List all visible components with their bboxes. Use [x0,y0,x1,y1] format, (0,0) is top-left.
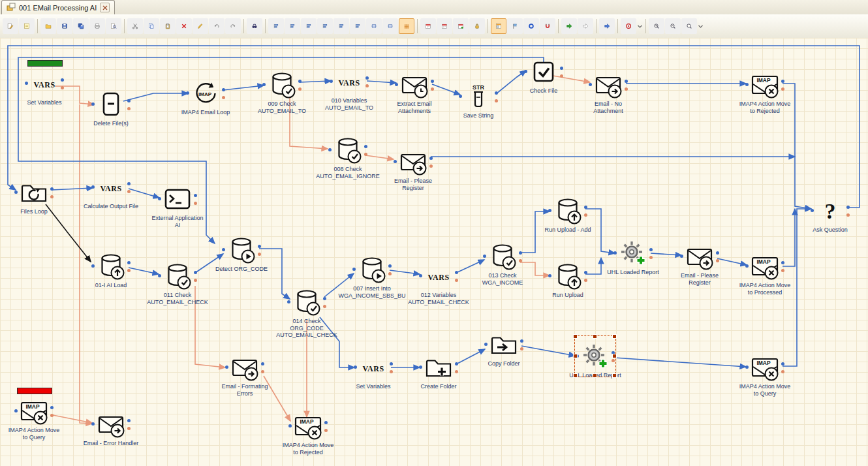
lock-icon[interactable] [469,18,485,34]
port-out-error[interactable] [298,87,302,91]
port-out-error[interactable] [127,107,131,110]
schedule-add-icon[interactable] [420,18,436,34]
port-in-blue[interactable] [484,343,488,346]
node-009-check-auto-email-to[interactable]: 009 Check AUTO_EMAIL_TO [243,70,321,114]
port-in-blue[interactable] [548,274,551,277]
port-out-blue[interactable] [323,297,326,300]
port-in-blue[interactable] [419,365,422,369]
node-delete-files[interactable]: Delete File(s) [72,90,150,127]
port-out-blue[interactable] [388,264,392,268]
selection-handle[interactable] [593,334,597,339]
port-in-blue[interactable] [811,209,814,212]
port-out-error[interactable] [716,259,719,262]
align-middle-icon[interactable] [333,18,349,34]
copy-icon[interactable] [144,18,159,34]
port-out-error[interactable] [584,213,587,217]
port-out-error[interactable] [194,279,197,282]
port-out-error[interactable] [365,84,369,87]
port-out-blue[interactable] [365,76,369,80]
zoom-out-icon[interactable] [665,18,681,34]
port-out-blue[interactable] [649,248,653,251]
port-in-blue[interactable] [186,91,189,95]
step-icon[interactable] [578,18,593,34]
port-out-error[interactable] [495,99,498,102]
port-in-blue[interactable] [394,160,397,163]
format-brush-icon[interactable] [193,18,208,34]
port-out-blue[interactable] [194,271,197,274]
port-in-blue[interactable] [330,80,333,83]
port-out-blue[interactable] [127,261,131,264]
align-bottom-icon[interactable] [350,18,365,34]
port-out-blue[interactable] [222,88,225,91]
port-out-blue[interactable] [781,80,784,83]
port-in-blue[interactable] [287,300,290,303]
open-file-icon[interactable] [40,18,56,34]
save-icon[interactable] [57,18,72,34]
redo-icon[interactable] [225,18,241,34]
selection-handle[interactable] [573,373,578,378]
port-out-blue[interactable] [781,261,784,264]
selection-handle[interactable] [612,354,617,358]
port-out-error[interactable] [323,305,326,308]
port-out-error[interactable] [127,427,131,430]
port-in-blue[interactable] [158,197,161,200]
node-external-application-ai[interactable]: External Application AI [138,185,217,228]
magnet-red-icon[interactable] [540,18,555,34]
port-in-blue[interactable] [483,255,486,258]
port-in-blue[interactable] [91,102,95,106]
port-in-blue[interactable] [354,365,357,369]
tab-email-processing[interactable]: 001 EMail Processing AI [1,0,115,14]
port-out-error[interactable] [625,87,628,91]
port-out-blue[interactable] [127,99,131,102]
port-out-blue[interactable] [560,67,563,70]
port-out-error[interactable] [846,213,850,217]
node-email-formating-errors[interactable]: Email - Formating Errors [206,353,284,397]
port-in-blue[interactable] [589,83,592,86]
port-in-blue[interactable] [745,83,749,86]
toolbar-overflow-chevron-icon[interactable] [637,18,643,34]
port-in-blue[interactable] [395,83,398,86]
port-out-error[interactable] [194,202,197,205]
port-out-blue[interactable] [455,362,458,365]
port-in-blue[interactable] [14,409,18,412]
port-out-blue[interactable] [520,339,523,343]
zoom-reset-icon[interactable] [681,18,697,34]
port-out-error[interactable] [455,279,458,282]
port-out-error[interactable] [222,96,225,99]
port-out-blue[interactable] [584,271,587,274]
port-out-error[interactable] [258,253,261,256]
port-out-blue[interactable] [261,362,264,365]
port-out-error[interactable] [781,87,784,91]
port-in-blue[interactable] [419,274,422,277]
selection-handle[interactable] [612,373,617,378]
add-note-icon[interactable] [19,18,35,34]
port-out-blue[interactable] [390,362,393,365]
find-icon[interactable] [247,18,262,34]
port-out-error[interactable] [388,272,392,275]
node-ask-question[interactable]: ?Ask Question [791,196,868,234]
port-out-blue[interactable] [50,406,54,409]
port-out-error[interactable] [431,87,434,91]
show-panel-icon[interactable] [491,18,506,34]
port-in-blue[interactable] [91,422,95,426]
zoom-in-icon[interactable] [649,18,664,34]
port-out-error[interactable] [649,256,653,259]
selection-handle[interactable] [573,334,578,339]
run-icon[interactable] [561,18,577,34]
port-out-error[interactable] [127,190,131,193]
port-out-blue[interactable] [127,419,131,422]
port-in-blue[interactable] [91,185,95,189]
port-out-error[interactable] [127,269,131,272]
same-width-icon[interactable] [366,18,382,34]
port-in-blue[interactable] [352,268,356,271]
port-out-blue[interactable] [519,251,522,255]
node-011-check-auto-email-check[interactable]: 011 Check AUTO_EMAIL_CHECK [138,262,217,305]
node-files-loop[interactable]: Files Loop [0,178,73,215]
port-out-error[interactable] [584,279,587,282]
port-out-blue[interactable] [495,91,498,95]
schedule-edit-icon[interactable] [437,18,452,34]
port-in-blue[interactable] [680,255,683,258]
print-preview-icon[interactable] [106,18,121,34]
port-in-blue[interactable] [14,191,18,194]
port-out-error[interactable] [324,429,328,432]
